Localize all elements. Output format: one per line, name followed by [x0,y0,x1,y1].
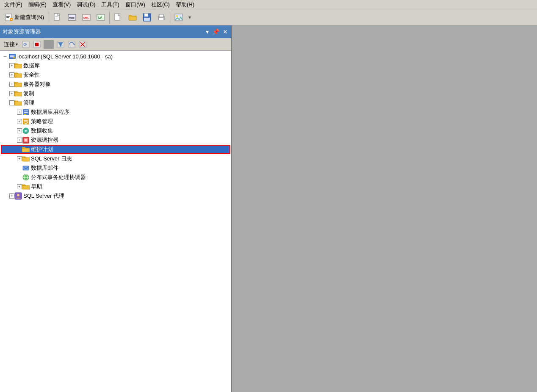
svg-text:⟳: ⟳ [23,42,27,47]
tree-db-mail[interactable]: 数据库邮件 [1,163,230,173]
svg-rect-26 [35,43,39,46]
explorer-tree[interactable]: ─ localhost (SQL Server 10.50.1600 - sa)… [0,51,231,392]
pin-icon[interactable]: ▾ [205,28,210,35]
connect-button[interactable]: 连接 ▾ [2,39,20,50]
svg-rect-17 [144,18,150,21]
tree-data-tier[interactable]: + 数据层应用程序 [1,108,230,117]
connect-label: 连接 [4,41,15,48]
dml-icon: DML [82,13,91,22]
page-icon [113,13,123,22]
menu-edit[interactable]: 编辑(E) [26,0,49,9]
expand-maintenance-icon [17,147,22,152]
toolbar-btn-folder-open[interactable] [126,11,139,23]
connect-dropdown-icon: ▾ [16,42,18,47]
agent-icon [14,192,22,200]
expand-data-collection-icon: + [17,128,22,133]
menu-community[interactable]: 社区(C) [149,0,172,9]
svg-rect-50 [25,139,27,141]
toolbar-scroll-down[interactable]: ▾ [186,13,193,22]
svg-rect-42 [24,114,26,115]
refresh-icon: ⟳ [22,41,30,48]
tree-policy[interactable]: + 策略管理 [1,117,230,126]
svg-rect-36 [10,55,14,56]
save-icon [142,13,152,22]
svg-point-38 [13,57,15,58]
menu-file[interactable]: 文件(F) [2,0,25,9]
expand-management-icon: ─ [9,100,14,105]
server-objects-label: 服务器对象 [23,80,51,88]
tree-maintenance-plans[interactable]: 维护计划 [1,145,230,154]
toolbar-sep-2 [109,11,110,23]
file-icon [53,13,62,22]
explorer-btn-stop[interactable] [32,40,42,49]
toolbar-btn-image[interactable] [172,11,185,23]
management-label: 管理 [23,99,34,107]
svg-rect-1 [6,16,10,17]
svg-rect-16 [144,14,148,17]
tree-sql-logs[interactable]: + SQL Server 日志 [1,154,230,163]
svg-rect-51 [23,166,29,170]
object-explorer-panel: 对象资源管理器 ▾ 📌 ✕ 连接 ▾ ⟳ [0,25,232,392]
tree-legacy[interactable]: + 早期 [1,182,230,191]
main-area: 对象资源管理器 ▾ 📌 ✕ 连接 ▾ ⟳ [0,25,537,392]
tree-distributed[interactable]: 分布式事务处理协调器 [1,173,230,182]
toolbar: + 新建查询(N) MD5 DML LA [0,9,537,25]
menu-debug[interactable]: 调试(D) [74,0,98,9]
menu-window[interactable]: 窗口(W) [123,0,148,9]
tree-security[interactable]: + 安全性 [1,70,230,80]
db-mail-label: 数据库邮件 [31,164,58,172]
explorer-btn-sep [44,40,54,49]
svg-text:DML: DML [83,17,89,19]
tree-data-collection[interactable]: + 数据收集 [1,126,230,135]
refresh2-icon [68,41,75,48]
menu-view[interactable]: 查看(V) [50,0,73,9]
legacy-label: 早期 [31,183,42,190]
data-tier-label: 数据层应用程序 [31,108,69,116]
stop-icon [33,41,41,48]
security-label: 安全性 [23,71,40,79]
svg-point-56 [17,194,19,196]
explorer-btn-refresh[interactable]: ⟳ [21,40,31,49]
databases-label: 数据库 [23,62,40,69]
toolbar-btn-md5[interactable]: MD5 [65,11,79,23]
expand-databases-icon: + [9,63,14,68]
expand-db-mail-icon [17,166,22,171]
toolbar-btn-file[interactable] [51,11,64,23]
databases-folder-icon [14,62,22,69]
policy-icon [22,118,30,125]
expand-resource-icon: + [17,138,22,143]
explorer-btn-disconnect[interactable] [78,40,88,49]
explorer-btn-filter[interactable] [55,40,66,49]
toolbar-btn-dml[interactable]: DML [80,11,93,23]
tree-management[interactable]: ─ 管理 [1,98,230,108]
menu-help[interactable]: 帮助(H) [173,0,197,9]
pin-button[interactable]: 📌 [211,28,220,35]
chevron-down-icon: ▾ [188,14,191,20]
svg-rect-40 [24,110,28,111]
close-icon[interactable]: ✕ [222,28,229,35]
expand-security-icon: + [9,72,14,77]
expand-distributed-icon [17,175,22,180]
replication-folder-icon [14,90,22,97]
policy-label: 策略管理 [31,118,53,125]
tree-resource[interactable]: + 资源调控器 [1,135,230,145]
svg-text:MD5: MD5 [69,17,75,19]
tree-replication[interactable]: + 复制 [1,89,230,98]
open-folder-icon [128,13,137,22]
toolbar-btn-save[interactable] [140,11,154,23]
explorer-btn-refresh2[interactable] [66,40,77,49]
toolbar-btn-la[interactable]: LA [94,11,108,23]
data-collection-label: 数据收集 [31,127,53,135]
svg-rect-20 [159,18,163,20]
new-query-button[interactable]: + 新建查询(N) [2,12,47,23]
md5-icon: MD5 [67,13,77,22]
tree-server[interactable]: ─ localhost (SQL Server 10.50.1600 - sa) [1,52,230,61]
svg-rect-7 [55,18,57,18]
tree-agent[interactable]: + SQL Server 代理 [1,191,230,201]
tree-server-objects[interactable]: + 服务器对象 [1,80,230,89]
toolbar-btn-page[interactable] [111,11,125,23]
menu-tools[interactable]: 工具(T) [99,0,122,9]
tree-databases[interactable]: + 数据库 [1,61,230,70]
distributed-icon [22,174,30,181]
toolbar-btn-print[interactable] [155,11,168,23]
